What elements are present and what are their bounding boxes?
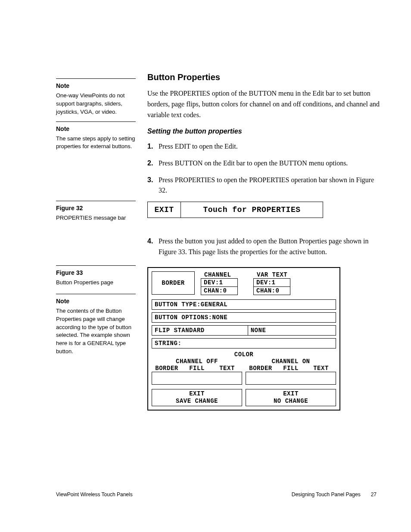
vartext-label: VAR TEXT: [257, 271, 287, 278]
figure-caption: Button Properties page: [56, 279, 136, 287]
col-text-label: TEXT: [212, 365, 242, 372]
exit-save-button[interactable]: EXIT SAVE CHANGE: [152, 389, 242, 406]
step-text: Press the button you just added to open …: [159, 236, 382, 258]
channel-on-label: CHANNEL ON: [246, 358, 336, 365]
body-paragraph: Use the PROPERTIES option of the BUTTON …: [147, 88, 382, 120]
footer-left: ViewPoint Wireless Touch Panels: [56, 492, 133, 498]
note-heading: Note: [56, 125, 136, 132]
button-type-field[interactable]: BUTTON TYPE:GENERAL: [152, 299, 336, 310]
note-text: One-way ViewPoints do not support bargra…: [56, 92, 136, 116]
subsection-title: Setting the button properties: [147, 128, 382, 135]
col-fill-label: FILL: [276, 365, 306, 372]
dev-field[interactable]: DEV:1: [253, 278, 290, 287]
step-number: 1.: [147, 141, 159, 152]
col-border-label: BORDER: [152, 365, 182, 372]
page-number: 27: [371, 492, 377, 498]
button-properties-panel: BORDER CHANNEL DEV:1 CHAN:0 VAR TEXT DEV…: [147, 267, 340, 411]
figure-caption: PROPERTIES message bar: [56, 214, 136, 222]
channel-group: CHANNEL DEV:1 CHAN:0: [201, 271, 238, 295]
step-text: Press BUTTON on the Edit bar to open the…: [159, 158, 348, 169]
border-button[interactable]: BORDER: [152, 271, 195, 295]
flip-field[interactable]: FLIP STANDARD: [152, 325, 248, 336]
footer-right: Designing Touch Panel Pages27: [292, 492, 377, 498]
string-field[interactable]: STRING:: [152, 338, 336, 348]
figure-label: Figure 32: [56, 205, 136, 212]
channel-off-swatch[interactable]: [152, 372, 242, 385]
exit-button[interactable]: EXIT: [148, 202, 181, 218]
step-text: Press PROPERTIES to open the PROPERTIES …: [159, 175, 382, 196]
figure-label: Figure 33: [56, 269, 136, 276]
step-number: 3.: [147, 175, 159, 196]
flip-target-field[interactable]: NONE: [248, 325, 336, 336]
col-fill-label: FILL: [182, 365, 212, 372]
step-item: 2. Press BUTTON on the Edit bar to open …: [147, 158, 382, 169]
step-number: 4.: [147, 236, 159, 258]
dev-field[interactable]: DEV:1: [201, 278, 238, 287]
channel-label: CHANNEL: [204, 271, 231, 278]
step-item: 3. Press PROPERTIES to open the PROPERTI…: [147, 175, 382, 196]
channel-on-swatch[interactable]: [246, 372, 336, 385]
col-text-label: TEXT: [306, 365, 336, 372]
channel-off-label: CHANNEL OFF: [152, 358, 242, 365]
step-item: 1. Press EDIT to open the Edit.: [147, 141, 382, 152]
button-options-field[interactable]: BUTTON OPTIONS:NONE: [152, 312, 336, 323]
properties-message-bar: EXIT Touch for PROPERTIES: [147, 202, 323, 218]
chan-field[interactable]: CHAN:0: [201, 286, 238, 295]
vartext-group: VAR TEXT DEV:1 CHAN:0: [253, 271, 290, 295]
note-heading: Note: [56, 82, 136, 89]
step-item: 4. Press the button you just added to op…: [147, 236, 382, 258]
note-text: The contents of the Button Properties pa…: [56, 307, 136, 356]
exit-no-change-button[interactable]: EXIT NO CHANGE: [246, 389, 336, 406]
section-title: Button Properties: [147, 72, 382, 82]
note-text: The same steps apply to setting properti…: [56, 135, 136, 151]
note-heading: Note: [56, 298, 136, 305]
color-label: COLOR: [152, 351, 336, 358]
chan-field[interactable]: CHAN:0: [253, 286, 290, 295]
col-border-label: BORDER: [246, 365, 276, 372]
step-text: Press EDIT to open the Edit.: [159, 141, 238, 152]
step-number: 2.: [147, 158, 159, 169]
touch-prompt: Touch for PROPERTIES: [181, 202, 323, 218]
